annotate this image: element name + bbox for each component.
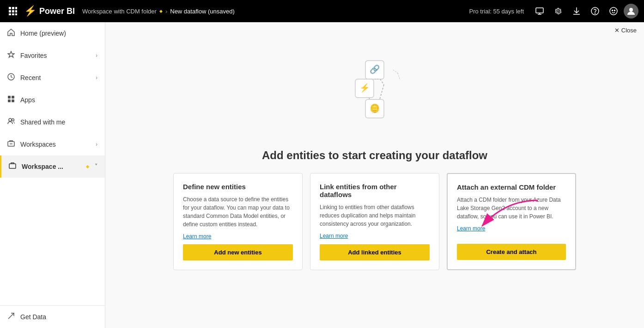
svg-rect-7 (12, 13, 14, 15)
svg-rect-4 (12, 10, 14, 12)
clock-icon (7, 73, 15, 82)
presentation-icon-button[interactable] (531, 3, 548, 19)
svg-point-17 (612, 10, 613, 11)
add-new-entities-button[interactable]: Add new entities (183, 244, 293, 260)
emoji-icon-button[interactable] (605, 3, 622, 19)
topbar: ⚡ Power BI Workspace with CDM folder ◆ ›… (0, 0, 644, 22)
premium-diamond-icon: ◆ (86, 164, 89, 169)
svg-point-15 (595, 13, 595, 13)
close-label: Close (621, 27, 637, 34)
sidebar-item-get-data[interactable]: Get Data (0, 306, 105, 328)
trial-text: Pro trial: 55 days left (469, 8, 524, 15)
svg-rect-22 (12, 96, 14, 99)
app-name: Power BI (39, 6, 75, 16)
svg-rect-9 (536, 8, 543, 13)
sidebar-item-home-label: Home (preview) (20, 30, 97, 37)
svg-line-42 (398, 73, 400, 80)
sidebar-item-shared-label: Shared with me (20, 118, 97, 126)
svg-point-16 (610, 7, 617, 15)
waffle-menu-button[interactable] (6, 4, 20, 19)
svg-rect-0 (9, 7, 11, 9)
card-attach-desc: Attach a CDM folder from your Azure Data… (457, 196, 566, 221)
apps-icon (7, 95, 15, 105)
breadcrumb-sep: › (165, 8, 167, 15)
sidebar-item-recent[interactable]: Recent › (0, 67, 105, 89)
breadcrumb-diamond-icon: ◆ (159, 9, 163, 13)
card-attach-learn-more[interactable]: Learn more (457, 225, 566, 232)
card-define-title: Define new entities (183, 183, 293, 191)
user-avatar[interactable] (624, 4, 638, 19)
card-link-title: Link entities from other dataflows (320, 183, 430, 198)
card-define-entities: Define new entities Choose a data source… (173, 173, 303, 270)
chevron-right-icon: › (96, 141, 97, 148)
main-heading: Add entities to start creating your data… (262, 149, 487, 162)
breadcrumb-current: New dataflow (unsaved) (170, 8, 234, 15)
card-link-learn-more[interactable]: Learn more (320, 233, 430, 239)
svg-text:⚡: ⚡ (359, 83, 370, 93)
home-icon (7, 29, 15, 38)
sidebar-item-workspace-current-label: Workspace ... (22, 163, 80, 170)
sidebar-item-workspace-current[interactable]: Workspace ... ◆ ˅ (0, 155, 105, 178)
card-define-desc: Choose a data source to define the entit… (183, 195, 293, 229)
download-icon-button[interactable] (568, 3, 585, 19)
settings-icon-button[interactable] (550, 3, 566, 19)
help-icon-button[interactable] (587, 3, 603, 19)
svg-rect-8 (15, 13, 17, 15)
breadcrumb: Workspace with CDM folder ◆ › New datafl… (82, 8, 235, 15)
svg-rect-3 (9, 10, 11, 12)
card-link-entities: Link entities from other dataflows Linki… (310, 173, 439, 270)
svg-rect-5 (15, 10, 17, 12)
svg-rect-6 (9, 13, 11, 15)
svg-point-26 (12, 119, 14, 121)
svg-point-19 (629, 8, 633, 12)
card-attach-cdm: Attach an external CDM folder Attach a C… (447, 173, 576, 270)
sidebar-item-apps[interactable]: Apps (0, 89, 105, 111)
close-button[interactable]: ✕ Close (614, 27, 637, 34)
svg-line-30 (8, 313, 14, 319)
svg-line-32 (379, 85, 384, 101)
sidebar-item-workspaces[interactable]: Workspaces › (0, 133, 105, 155)
workspaces-icon (7, 140, 15, 149)
sidebar-item-shared[interactable]: Shared with me (0, 111, 105, 133)
svg-rect-24 (12, 99, 14, 102)
workspace-current-icon (9, 162, 16, 171)
chevron-down-icon: ˅ (95, 163, 97, 170)
breadcrumb-workspace[interactable]: Workspace with CDM folder (82, 8, 157, 15)
close-x-icon: ✕ (614, 27, 620, 34)
star-icon (7, 51, 15, 60)
svg-point-18 (614, 10, 615, 11)
svg-line-41 (393, 70, 398, 73)
card-attach-title: Attach an external CDM folder (457, 183, 566, 191)
main-layout: Home (preview) Favorites › Recent › (0, 22, 644, 328)
create-and-attach-button[interactable]: Create and attach (457, 244, 566, 260)
add-linked-entities-button[interactable]: Add linked entities (320, 244, 430, 260)
svg-point-25 (9, 118, 12, 121)
card-link-desc: Linking to entities from other dataflows… (320, 203, 430, 228)
sidebar-item-recent-label: Recent (20, 74, 90, 81)
svg-rect-2 (15, 7, 17, 9)
svg-text:🪙: 🪙 (370, 103, 380, 113)
chevron-right-icon: › (96, 74, 97, 81)
get-data-icon (7, 312, 15, 322)
svg-rect-23 (8, 99, 11, 102)
chevron-right-icon: › (96, 52, 97, 59)
topbar-right: Pro trial: 55 days left (469, 3, 639, 19)
svg-rect-21 (8, 96, 11, 99)
dataflow-illustration: 🔗 ⚡ 🪙 (324, 45, 425, 140)
sidebar-item-apps-label: Apps (20, 96, 97, 104)
cards-row: Define new entities Choose a data source… (167, 173, 583, 270)
shared-icon (7, 118, 15, 127)
sidebar-item-favorites[interactable]: Favorites › (0, 44, 105, 67)
logo-bolt-icon: ⚡ (24, 5, 36, 17)
sidebar-bottom: Get Data (0, 305, 105, 328)
card-define-learn-more[interactable]: Learn more (183, 233, 293, 240)
sidebar-item-get-data-label: Get Data (20, 313, 97, 321)
sidebar-item-home[interactable]: Home (preview) (0, 22, 105, 44)
sidebar: Home (preview) Favorites › Recent › (0, 22, 105, 328)
svg-rect-29 (9, 164, 16, 168)
app-logo: ⚡ Power BI (24, 5, 75, 17)
sidebar-item-workspaces-label: Workspaces (20, 141, 90, 148)
svg-rect-1 (12, 7, 14, 9)
sidebar-item-favorites-label: Favorites (20, 52, 90, 59)
content-area: ✕ Close 🔗 ⚡ 🪙 (105, 22, 644, 328)
